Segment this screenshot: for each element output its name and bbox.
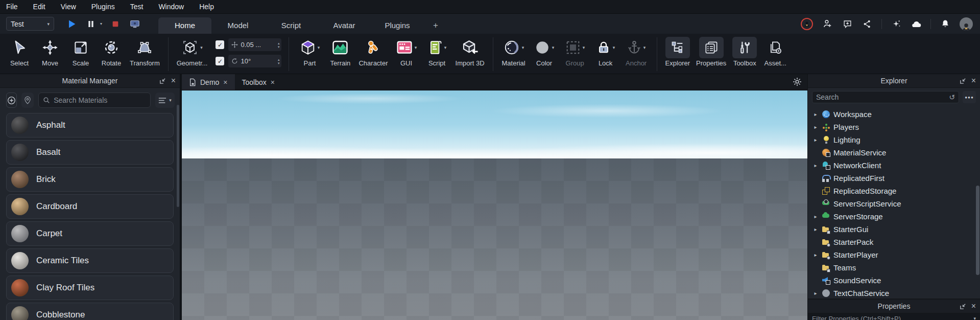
insert-part-button[interactable]: ▾ Part [294,36,325,67]
scale-tool-button[interactable]: Scale [65,36,96,67]
tab-add-button[interactable]: + [424,17,447,34]
explorer-item-soundservice[interactable]: SoundService [808,274,980,287]
stepper-icons[interactable]: ▴▾ [278,58,280,65]
close-tab-icon[interactable]: × [271,78,275,86]
tab-settings-button[interactable] [792,77,802,87]
material-item-brick[interactable]: Brick [6,167,174,192]
tab-script[interactable]: Script [265,17,318,34]
import-3d-button[interactable]: Import 3D [452,36,488,67]
menu-window[interactable]: Window [158,3,184,11]
material-item-basalt[interactable]: Basalt [6,140,174,165]
play-button[interactable] [65,18,78,30]
explorer-item-starterplayer[interactable]: ▸ StarterPlayer [808,248,980,261]
3d-scene[interactable] [182,90,807,320]
explorer-item-networkclient[interactable]: ▸ NetworkClient [808,159,980,172]
material-button[interactable]: ▾ Material [498,36,529,67]
toggle-toolbox-button[interactable]: Toolbox [729,36,760,67]
close-icon[interactable]: × [171,77,176,85]
menu-help[interactable]: Help [199,3,214,11]
tab-home[interactable]: Home [158,17,211,34]
material-item-asphalt[interactable]: Asphalt [6,113,174,138]
undock-icon[interactable] [159,78,166,84]
stop-button[interactable] [109,18,122,30]
explorer-item-textchatservice[interactable]: ▸ TextChatService [808,287,980,299]
move-snap-field[interactable]: 0.05 ... ▴▾ [228,38,281,51]
explorer-item-replicatedstorage[interactable]: ReplicatedStorage [808,185,980,197]
stepper-icons[interactable]: ▴▾ [278,41,280,49]
feedback-button[interactable] [842,18,853,30]
search-history-icon[interactable]: ↺ [949,93,955,101]
material-item-cobblestone[interactable]: Cobblestone [6,303,174,320]
document-tab-demo[interactable]: Demo × [182,74,235,90]
tab-avatar[interactable]: Avatar [318,17,371,34]
tab-plugins[interactable]: Plugins [371,17,424,34]
menu-view[interactable]: View [61,3,76,11]
close-tab-icon[interactable]: × [223,78,227,86]
insert-character-button[interactable]: Character [355,36,391,67]
transform-tool-button[interactable]: Transform [127,36,163,67]
insert-gui-button[interactable]: ▾ GUI [391,36,422,67]
notifications-button[interactable] [940,18,951,30]
geometry-tool-button[interactable]: ▾ Geometr... [174,36,211,67]
menu-plugins[interactable]: Plugins [91,3,115,11]
tab-model[interactable]: Model [211,17,265,34]
asset-manager-button[interactable]: Asset... [760,36,791,67]
undock-icon[interactable] [960,78,966,84]
explorer-more-button[interactable]: ●●● [963,91,976,103]
material-view-mode-button[interactable]: ▾ [155,93,175,108]
pause-button[interactable] [85,18,97,30]
rotate-snap-checkbox[interactable]: ✓ [216,57,224,65]
material-item-carpet[interactable]: Carpet [6,221,174,246]
record-button[interactable] [801,18,813,30]
undock-icon[interactable] [960,303,966,310]
document-tab-toolbox[interactable]: Toolbox × [235,74,282,90]
explorer-item-replicatedfirst[interactable]: ReplicatedFirst [808,172,980,185]
properties-filter-input[interactable] [812,315,970,320]
playtest-mode-select[interactable]: Test ▾ [6,17,54,31]
menu-test[interactable]: Test [130,3,144,11]
explorer-search-input[interactable] [816,93,946,101]
explorer-item-workspace[interactable]: ▸ Workspace [808,108,980,121]
explorer-scrollbar[interactable] [976,186,979,275]
move-snap-checkbox[interactable]: ✓ [216,40,224,49]
expand-caret-icon[interactable]: ▸ [812,290,819,296]
expand-caret-icon[interactable]: ▸ [812,111,819,117]
material-search-input[interactable] [54,96,146,104]
share-button[interactable] [862,18,873,30]
explorer-item-starterpack[interactable]: StarterPack [808,236,980,248]
add-material-button[interactable] [6,93,17,108]
assistant-button[interactable] [891,18,902,30]
rotate-snap-field[interactable]: 10° ▴▾ [228,55,281,67]
expand-caret-icon[interactable]: ▸ [812,252,819,258]
lock-button[interactable]: ▾ Lock [590,36,621,67]
explorer-item-serverstorage[interactable]: ▸ ServerStorage [808,210,980,223]
close-icon[interactable]: × [971,302,976,310]
explorer-item-serverscriptservice[interactable]: ServerScriptService [808,197,980,210]
expand-caret-icon[interactable]: ▸ [812,226,819,232]
material-item-ceramic-tiles[interactable]: Ceramic Tiles [6,248,174,273]
menu-file[interactable]: File [6,3,18,11]
material-item-cardboard[interactable]: Cardboard [6,194,174,219]
explorer-item-materialservice[interactable]: MaterialService [808,146,980,159]
material-item-clay-roof-tiles[interactable]: Clay Roof Tiles [6,276,174,300]
close-icon[interactable]: × [971,77,976,85]
device-emulator-button[interactable] [129,18,141,30]
color-button[interactable]: ▾ Color [529,36,560,67]
insert-terrain-button[interactable]: Terrain [325,36,355,67]
move-tool-button[interactable]: Move [35,36,65,67]
pause-options-caret-icon[interactable]: ▾ [100,21,102,26]
menu-edit[interactable]: Edit [33,3,45,11]
material-list-scrollbar[interactable] [177,105,179,207]
expand-caret-icon[interactable]: ▸ [812,124,819,130]
toggle-explorer-button[interactable]: Explorer [662,36,693,67]
cloud-sync-button[interactable] [911,18,922,30]
account-avatar[interactable] [960,17,973,31]
insert-script-button[interactable]: ▾ Script [422,36,452,67]
explorer-item-players[interactable]: ▸ Players [808,121,980,133]
explorer-item-lighting[interactable]: ▸ Lighting [808,133,980,146]
explorer-item-startergui[interactable]: ▸ StarterGui [808,223,980,236]
toggle-properties-button[interactable]: Properties [693,36,729,67]
explorer-item-teams[interactable]: Teams [808,261,980,274]
baseplate-ground[interactable] [182,158,807,320]
expand-caret-icon[interactable]: ▸ [812,137,819,143]
